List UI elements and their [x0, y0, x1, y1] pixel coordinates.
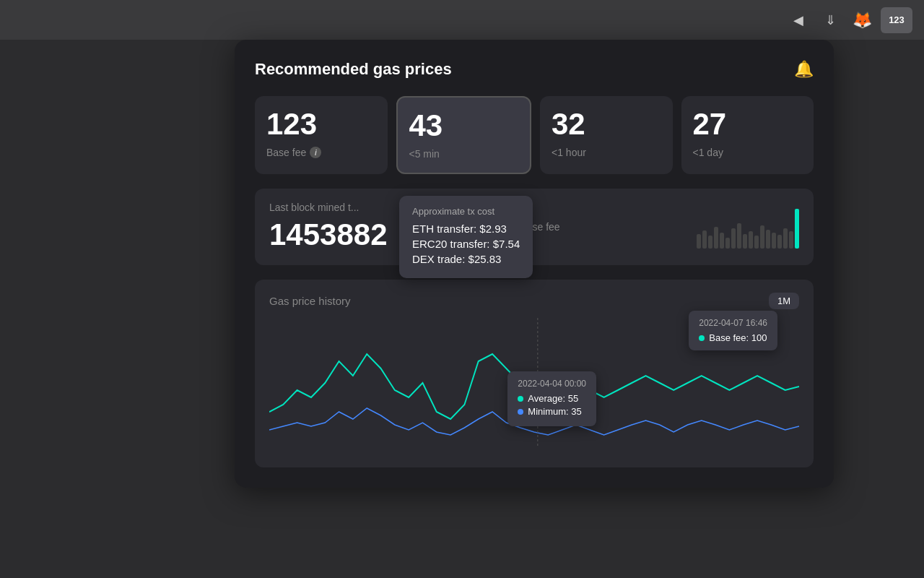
browser-bar: ◀ ⇓ 🦊 123: [0, 0, 924, 40]
block-label: Last block mined t...: [269, 202, 388, 213]
min-value: Minimum: 35: [528, 406, 581, 417]
gas-history-section: Gas price history 1M 2022-04-07 16:46: [255, 280, 814, 467]
download-icon: ⇓: [825, 12, 836, 28]
base-fee-label: Base fee i: [266, 147, 321, 158]
bell-icon: 🔔: [794, 60, 814, 78]
chart-bar: [760, 225, 764, 249]
medium-label: <1 hour: [552, 147, 586, 158]
avg-min-tooltip: 2022-04-04 00:00 Average: 55 Minimum: 35: [507, 371, 596, 426]
block-section: Last block mined t... 1453882 ...se fee: [255, 189, 814, 265]
chart-bar: [777, 235, 782, 249]
block-chart-bars: [697, 205, 799, 249]
min-dot: [518, 409, 523, 415]
slow-label: <1 day: [693, 147, 723, 158]
medium-number: 32: [552, 109, 585, 139]
info-icon[interactable]: i: [310, 147, 321, 158]
chart-bar: [789, 231, 793, 249]
avg-dot: [518, 396, 523, 402]
chart-bar: [731, 228, 736, 249]
medium-card[interactable]: 32 <1 hour: [540, 96, 673, 174]
tx-dex-row: DEX trade: $25.83: [412, 253, 520, 265]
block-left: Last block mined t... 1453882: [269, 202, 388, 252]
metamask-button[interactable]: 🦊: [849, 7, 875, 33]
chart-bar: [708, 236, 712, 249]
back-button[interactable]: ◀: [785, 7, 811, 33]
chart-bar: [743, 234, 747, 249]
avg-min-date: 2022-04-04 00:00: [518, 379, 586, 389]
download-button[interactable]: ⇓: [817, 7, 843, 33]
ext-button[interactable]: 123: [881, 7, 912, 33]
chart-bar: [714, 227, 718, 249]
tx-eth-row: ETH transfer: $2.93: [412, 223, 520, 235]
fast-label: <5 min: [409, 148, 440, 160]
gas-history-title: Gas price history: [269, 295, 351, 307]
tx-cost-title: Approximate tx cost: [412, 206, 520, 217]
gas-chart-area: 2022-04-07 16:46 Base fee: 100 2022-04-0…: [269, 318, 799, 455]
chart-bar: [754, 236, 759, 249]
base-fee-tooltip-row: Base fee: 100: [699, 332, 767, 343]
chart-bar: [783, 228, 788, 249]
back-icon: ◀: [793, 12, 803, 28]
avg-value: Average: 55: [528, 393, 578, 404]
slow-number: 27: [693, 109, 727, 139]
fast-card[interactable]: 43 <5 min: [396, 96, 532, 174]
slow-card[interactable]: 27 <1 day: [681, 96, 814, 174]
base-fee-dot: [699, 335, 705, 341]
chart-bar: [766, 230, 770, 249]
chart-bar: [749, 231, 753, 249]
base-fee-tooltip-value: Base fee: 100: [709, 332, 767, 343]
time-period-button[interactable]: 1M: [769, 293, 799, 309]
base-fee-tooltip-date: 2022-04-07 16:46: [699, 318, 767, 328]
chart-bar: [720, 233, 724, 249]
base-fee-number: 123: [266, 109, 317, 139]
block-number: 1453882: [269, 217, 388, 252]
chart-bar: [725, 238, 730, 249]
ext-label: 123: [889, 14, 905, 25]
chart-bar: [772, 233, 776, 249]
avg-row: Average: 55: [518, 393, 586, 404]
chart-bar: [737, 223, 741, 249]
popup-title: Recommended gas prices: [255, 60, 452, 79]
fast-number: 43: [409, 111, 443, 141]
metamask-icon: 🦊: [853, 11, 872, 30]
tx-cost-tooltip: Approximate tx cost ETH transfer: $2.93 …: [399, 196, 533, 278]
gas-popup: Recommended gas prices 🔔 123 Base fee i …: [235, 40, 834, 488]
chart-bar: [697, 234, 701, 249]
price-cards: 123 Base fee i 43 <5 min 32 <1 hour 27 <…: [255, 96, 814, 174]
tx-erc20-row: ERC20 transfer: $7.54: [412, 238, 520, 250]
base-fee-card[interactable]: 123 Base fee i: [255, 96, 388, 174]
popup-header: Recommended gas prices 🔔: [255, 60, 814, 79]
min-row: Minimum: 35: [518, 406, 586, 417]
chart-bar-highlight: [795, 209, 799, 249]
bell-button[interactable]: 🔔: [794, 60, 814, 79]
gas-history-header: Gas price history 1M: [269, 293, 799, 309]
base-fee-tooltip: 2022-04-07 16:46 Base fee: 100: [689, 311, 777, 350]
chart-bar: [702, 230, 707, 249]
